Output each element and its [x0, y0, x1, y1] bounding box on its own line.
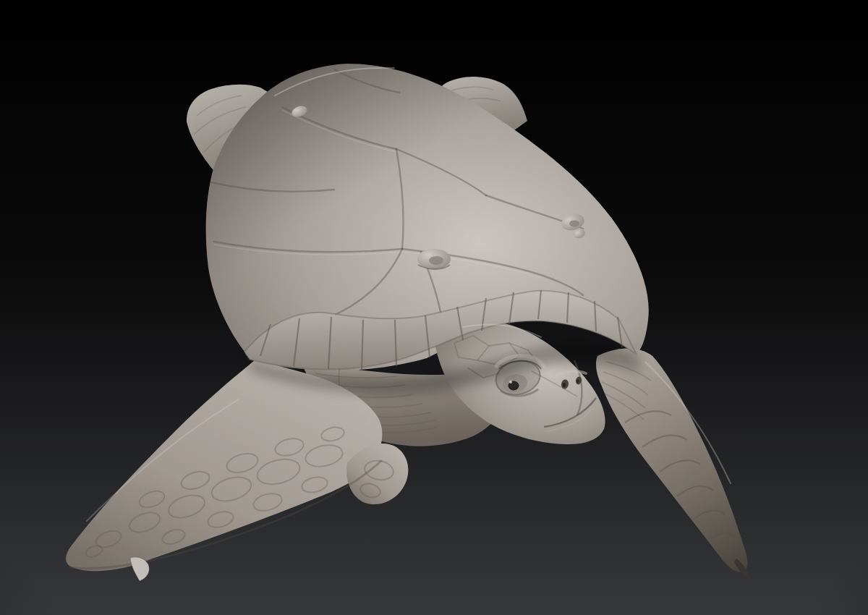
- barnacle-bump: [417, 249, 451, 269]
- document-canvas[interactable]: [0, 0, 868, 615]
- eye-glint: [509, 381, 512, 383]
